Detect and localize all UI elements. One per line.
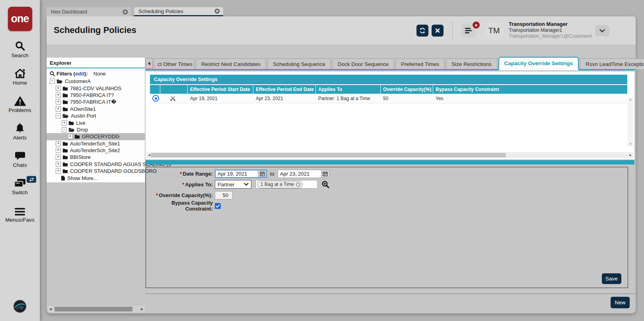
window-tab-scheduling-policies[interactable]: Scheduling Policies: [134, 7, 223, 16]
sidebar-item-menus-favs[interactable]: Menus/Favs: [5, 205, 35, 223]
expand-plus-icon[interactable]: +: [56, 86, 61, 91]
tree-item-7950-fabrica-it[interactable]: +7950-FABRICA IT�: [47, 99, 145, 105]
tree-item-austin-port[interactable]: −Austin Port: [47, 112, 145, 119]
tab-restrict-next-candidates[interactable]: Restrict Next Candidates: [196, 58, 266, 69]
tab-size-restrictions[interactable]: Size Restrictions: [446, 58, 497, 69]
close-icon[interactable]: [214, 8, 220, 14]
override-capacity-input[interactable]: 50: [215, 191, 233, 199]
collapse-minus-icon[interactable]: −: [56, 113, 61, 118]
tree-item-7881-cdv-valinhos[interactable]: +7881-CDV VALINHOS: [47, 85, 145, 91]
applies-to-chip-field[interactable]: 1 Bag at a Time: [255, 180, 318, 189]
chip-remove-icon[interactable]: [296, 182, 301, 187]
collapse-minus-icon[interactable]: −: [62, 127, 67, 132]
sidebar-nav: SearchHomeProblemsAlertsChatsSwitchMenus…: [5, 31, 35, 223]
scroll-down-icon[interactable]: ▼: [629, 141, 632, 147]
column-header-effective-period-end-date[interactable]: Effective Period End Date: [253, 85, 316, 94]
expand-plus-icon[interactable]: +: [56, 168, 61, 174]
expand-plus-icon[interactable]: +: [56, 162, 61, 167]
collapse-minus-icon[interactable]: −: [50, 79, 55, 84]
scrollbar-thumb[interactable]: [54, 307, 132, 311]
tree-item-bbistore[interactable]: +BBIStore: [47, 154, 145, 160]
new-button[interactable]: New: [611, 297, 630, 308]
expand-plus-icon[interactable]: +: [62, 120, 67, 126]
zoom-in-lookup-icon[interactable]: [321, 180, 329, 188]
column-header-bypass-capacity-constraint[interactable]: Bypass Capacity Constraint: [433, 85, 627, 94]
calendar-icon[interactable]: [258, 170, 266, 177]
filters-edit-link[interactable]: edit: [75, 71, 84, 77]
one-globe-logo[interactable]: [13, 300, 27, 315]
avatar[interactable]: TM: [484, 21, 504, 40]
refresh-button[interactable]: [416, 25, 428, 37]
scroll-up-icon[interactable]: ▲: [629, 97, 632, 102]
expand-plus-icon[interactable]: +: [56, 148, 61, 153]
tabs-scroll-left-button[interactable]: [146, 58, 153, 69]
tab-scheduling-sequence[interactable]: Scheduling Sequence: [267, 58, 331, 69]
tree-item-aownsite1[interactable]: +AOwnSite1: [47, 106, 145, 112]
window-tab-neo-dashboard[interactable]: Neo Dashboard: [47, 7, 131, 16]
scissors-icon[interactable]: [170, 95, 176, 101]
calendar-icon[interactable]: [321, 170, 329, 178]
sidebar-item-search[interactable]: Search: [5, 41, 35, 58]
tree-item-cooper-standard-goldsboro[interactable]: +COOPER STANDARD GOLDSBORO: [47, 168, 145, 174]
tree-item-autotendersch-site1[interactable]: +AutoTenderSch_Site1: [47, 140, 145, 147]
tab-dock-door-sequence[interactable]: Dock Door Sequence: [332, 58, 394, 69]
column-header[interactable]: [160, 85, 188, 94]
sidebar-item-switch[interactable]: Switch: [5, 178, 35, 195]
policy-tab-strip: ct Other TimesRestrict Next CandidatesSc…: [146, 56, 635, 70]
sidebar-item-label: Problems: [8, 107, 31, 113]
bell-icon: [15, 123, 25, 133]
column-header-effective-period-start-date[interactable]: Effective Period Start Date: [188, 85, 253, 94]
scrollbar-thumb[interactable]: [151, 153, 506, 157]
tree-item-live[interactable]: +Live: [47, 119, 145, 126]
date-end-input[interactable]: Apr 23, 2021: [278, 170, 330, 178]
expand-plus-icon[interactable]: +: [56, 99, 61, 104]
tab-preferred-times[interactable]: Preferred Times: [395, 58, 445, 69]
folder-icon: [62, 141, 68, 146]
bypass-constraint-checkbox[interactable]: [215, 203, 221, 209]
tree-item-label: Live: [76, 120, 86, 126]
sidebar-item-chats[interactable]: Chats: [5, 150, 35, 168]
grid-vertical-scrollbar[interactable]: ▲ ▼: [628, 97, 633, 147]
one-logo[interactable]: one: [8, 7, 32, 31]
to-label: to: [270, 171, 274, 177]
save-button[interactable]: Save: [602, 273, 621, 284]
grid-horizontal-scrollbar[interactable]: ◄ ►: [146, 152, 633, 158]
tab-capacity-override-settings[interactable]: Capacity Override Settings: [498, 57, 579, 70]
tab-rsvn-leadtime-exceptions[interactable]: Rsvn LeadTime Exceptions: [580, 58, 644, 69]
tree-item-autotendersch-site2[interactable]: +AutoTenderSch_Site2: [47, 147, 145, 154]
sidebar-item-problems[interactable]: Problems: [5, 95, 35, 113]
applies-to-select[interactable]: Partner: [215, 180, 251, 189]
tree-item-show-more[interactable]: Show More...: [47, 174, 145, 181]
partner-chip[interactable]: 1 Bag at a Time: [257, 181, 303, 188]
scroll-right-icon[interactable]: ►: [139, 307, 145, 311]
tree-item-drop[interactable]: −Drop: [47, 126, 145, 133]
scroll-left-icon[interactable]: ◄: [48, 307, 53, 311]
tree-item-cooper-standard-aguas-sealing-3[interactable]: +COOPER STANDARD AGUAS SEALING (3: [47, 161, 145, 168]
row-radio-button[interactable]: [152, 95, 159, 102]
table-row[interactable]: Apr 19, 2021Apr 23, 2021Partner: 1 Bag a…: [150, 94, 627, 103]
tree-item-7950-fabrica-it[interactable]: +7950-FABRICA IT?: [47, 92, 145, 99]
close-icon[interactable]: [123, 9, 128, 15]
date-start-input[interactable]: Apr 19, 2021: [215, 170, 267, 178]
expand-plus-icon[interactable]: +: [56, 106, 61, 112]
folder-icon: [68, 120, 74, 126]
expand-plus-icon[interactable]: +: [56, 141, 61, 146]
warning-triangle-icon: [14, 95, 26, 106]
explorer-panel: Explorer Filters (edit): None −CustomerA…: [47, 58, 145, 182]
scroll-right-icon[interactable]: ►: [628, 153, 633, 157]
expand-plus-icon[interactable]: +: [56, 155, 61, 160]
tree-item-label: GROCERYDDG: [82, 133, 119, 139]
sidebar-item-alerts[interactable]: Alerts: [5, 123, 35, 141]
expand-plus-icon[interactable]: +: [68, 134, 73, 139]
column-header[interactable]: [150, 85, 160, 94]
tree-item-groceryddg[interactable]: +GROCERYDDG: [47, 133, 145, 140]
user-menu-button[interactable]: [595, 25, 609, 36]
sidebar-item-home[interactable]: Home: [5, 68, 35, 86]
tree-item-customera[interactable]: −CustomerA: [47, 78, 145, 85]
close-page-button[interactable]: [432, 25, 444, 37]
expand-plus-icon[interactable]: +: [56, 93, 61, 98]
tab-ct-other-times[interactable]: ct Other Times: [154, 58, 195, 69]
column-header-override-capacity-[interactable]: Override Capacity(%): [381, 85, 433, 94]
explorer-horizontal-scrollbar[interactable]: ◄ ►: [48, 306, 145, 312]
column-header-applies-to[interactable]: Applies To: [316, 85, 381, 94]
